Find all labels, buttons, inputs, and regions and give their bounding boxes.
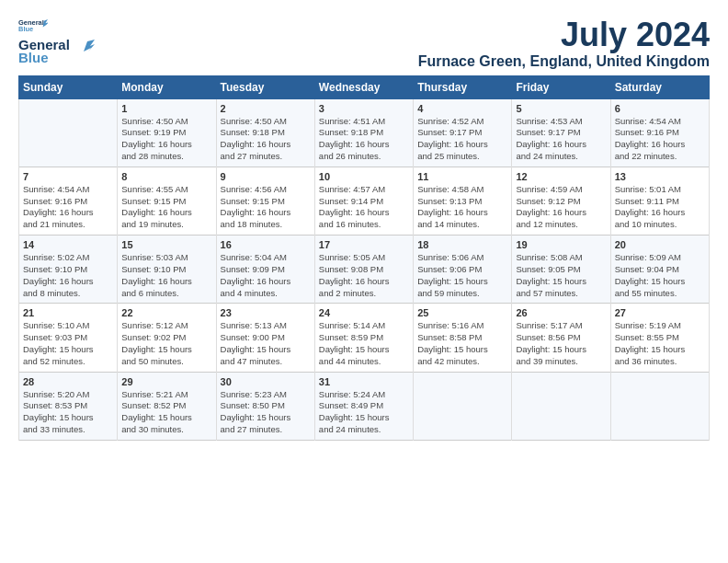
day-content: Sunrise: 5:16 AMSunset: 8:58 PMDaylight:… [417, 320, 507, 367]
table-cell: 5Sunrise: 4:53 AMSunset: 9:17 PMDaylight… [512, 98, 610, 167]
day-number: 30 [221, 376, 311, 387]
day-number: 21 [23, 307, 113, 318]
table-cell: 27Sunrise: 5:19 AMSunset: 8:55 PMDayligh… [610, 304, 709, 372]
day-content: Sunrise: 4:54 AMSunset: 9:16 PMDaylight:… [615, 116, 705, 163]
day-content: Sunrise: 4:56 AMSunset: 9:15 PMDaylight:… [221, 184, 311, 231]
day-content: Sunrise: 4:58 AMSunset: 9:13 PMDaylight:… [417, 184, 507, 231]
day-number: 28 [23, 376, 113, 387]
day-content: Sunrise: 5:05 AMSunset: 9:08 PMDaylight:… [319, 252, 409, 299]
day-content: Sunrise: 5:20 AMSunset: 8:53 PMDaylight:… [23, 389, 113, 436]
table-cell: 30Sunrise: 5:23 AMSunset: 8:50 PMDayligh… [216, 372, 314, 440]
day-number: 29 [121, 376, 211, 387]
day-content: Sunrise: 5:04 AMSunset: 9:09 PMDaylight:… [221, 252, 311, 299]
day-number: 2 [221, 103, 311, 114]
table-cell: 16Sunrise: 5:04 AMSunset: 9:09 PMDayligh… [216, 236, 314, 304]
table-cell: 22Sunrise: 5:12 AMSunset: 9:02 PMDayligh… [118, 304, 216, 372]
day-content: Sunrise: 4:51 AMSunset: 9:18 PMDaylight:… [319, 116, 409, 163]
table-cell: 10Sunrise: 4:57 AMSunset: 9:14 PMDayligh… [314, 167, 413, 235]
day-content: Sunrise: 5:19 AMSunset: 8:55 PMDaylight:… [615, 320, 705, 367]
day-content: Sunrise: 5:21 AMSunset: 8:52 PMDaylight:… [121, 389, 211, 436]
table-cell: 15Sunrise: 5:03 AMSunset: 9:10 PMDayligh… [118, 236, 216, 304]
table-cell: 3Sunrise: 4:51 AMSunset: 9:18 PMDaylight… [314, 98, 413, 167]
table-cell: 24Sunrise: 5:14 AMSunset: 8:59 PMDayligh… [314, 304, 413, 372]
table-cell: 2Sunrise: 4:50 AMSunset: 9:18 PMDaylight… [216, 98, 314, 167]
day-content: Sunrise: 5:23 AMSunset: 8:50 PMDaylight:… [221, 389, 311, 436]
table-cell: 28Sunrise: 5:20 AMSunset: 8:53 PMDayligh… [19, 372, 118, 440]
table-cell: 19Sunrise: 5:08 AMSunset: 9:05 PMDayligh… [512, 236, 610, 304]
day-number: 20 [615, 239, 705, 250]
svg-text:Blue: Blue [18, 25, 33, 33]
col-monday: Monday [118, 75, 216, 98]
day-number: 24 [319, 307, 409, 318]
day-number: 8 [121, 171, 211, 182]
day-number: 22 [121, 307, 211, 318]
table-cell: 21Sunrise: 5:10 AMSunset: 9:03 PMDayligh… [19, 304, 118, 372]
table-cell: 6Sunrise: 4:54 AMSunset: 9:16 PMDaylight… [610, 98, 709, 167]
table-cell: 1Sunrise: 4:50 AMSunset: 9:19 PMDaylight… [118, 98, 216, 167]
day-number: 17 [319, 239, 409, 250]
day-number: 23 [221, 307, 311, 318]
day-content: Sunrise: 5:13 AMSunset: 9:00 PMDaylight:… [221, 320, 311, 367]
table-cell: 13Sunrise: 5:01 AMSunset: 9:11 PMDayligh… [610, 167, 709, 235]
day-content: Sunrise: 5:06 AMSunset: 9:06 PMDaylight:… [417, 252, 507, 299]
day-number: 19 [516, 239, 606, 250]
day-content: Sunrise: 5:01 AMSunset: 9:11 PMDaylight:… [615, 184, 705, 231]
day-content: Sunrise: 5:03 AMSunset: 9:10 PMDaylight:… [121, 252, 211, 299]
table-cell: 12Sunrise: 4:59 AMSunset: 9:12 PMDayligh… [512, 167, 610, 235]
col-wednesday: Wednesday [314, 75, 413, 98]
day-content: Sunrise: 4:50 AMSunset: 9:19 PMDaylight:… [121, 116, 211, 163]
day-number: 12 [516, 171, 606, 182]
col-friday: Friday [512, 75, 610, 98]
table-cell [512, 372, 610, 440]
day-number: 14 [23, 239, 113, 250]
col-thursday: Thursday [414, 75, 512, 98]
day-content: Sunrise: 5:14 AMSunset: 8:59 PMDaylight:… [319, 320, 409, 367]
day-content: Sunrise: 4:57 AMSunset: 9:14 PMDaylight:… [319, 184, 409, 231]
calendar-body: 1Sunrise: 4:50 AMSunset: 9:19 PMDaylight… [19, 98, 710, 440]
logo: General Blue General Blue [18, 17, 95, 65]
day-content: Sunrise: 5:09 AMSunset: 9:04 PMDaylight:… [615, 252, 705, 299]
day-number: 10 [319, 171, 409, 182]
table-cell: 26Sunrise: 5:17 AMSunset: 8:56 PMDayligh… [512, 304, 610, 372]
day-content: Sunrise: 4:52 AMSunset: 9:17 PMDaylight:… [417, 116, 507, 163]
day-number: 5 [516, 103, 606, 114]
day-number: 26 [516, 307, 606, 318]
table-cell: 7Sunrise: 4:54 AMSunset: 9:16 PMDaylight… [19, 167, 118, 235]
day-number: 31 [319, 376, 409, 387]
day-content: Sunrise: 4:59 AMSunset: 9:12 PMDaylight:… [516, 184, 606, 231]
day-content: Sunrise: 5:12 AMSunset: 9:02 PMDaylight:… [121, 320, 211, 367]
day-number: 25 [417, 307, 507, 318]
table-cell: 8Sunrise: 4:55 AMSunset: 9:15 PMDaylight… [118, 167, 216, 235]
day-number: 1 [121, 103, 211, 114]
day-number: 13 [615, 171, 705, 182]
logo-blue: Blue [18, 50, 49, 65]
day-number: 9 [221, 171, 311, 182]
logo-bird-icon [74, 40, 95, 52]
day-content: Sunrise: 5:17 AMSunset: 8:56 PMDaylight:… [516, 320, 606, 367]
day-content: Sunrise: 5:10 AMSunset: 9:03 PMDaylight:… [23, 320, 113, 367]
logo-icon: General Blue [18, 17, 48, 35]
table-cell [414, 372, 512, 440]
col-sunday: Sunday [19, 75, 118, 98]
day-content: Sunrise: 4:54 AMSunset: 9:16 PMDaylight:… [23, 184, 113, 231]
table-cell: 17Sunrise: 5:05 AMSunset: 9:08 PMDayligh… [314, 236, 413, 304]
table-cell: 18Sunrise: 5:06 AMSunset: 9:06 PMDayligh… [414, 236, 512, 304]
calendar-header: Sunday Monday Tuesday Wednesday Thursday… [19, 75, 710, 98]
table-cell [610, 372, 709, 440]
day-content: Sunrise: 5:24 AMSunset: 8:49 PMDaylight:… [319, 389, 409, 436]
table-cell: 23Sunrise: 5:13 AMSunset: 9:00 PMDayligh… [216, 304, 314, 372]
calendar-table: Sunday Monday Tuesday Wednesday Thursday… [18, 75, 710, 441]
day-number: 15 [121, 239, 211, 250]
page-title: July 2024 [418, 17, 710, 53]
day-content: Sunrise: 4:50 AMSunset: 9:18 PMDaylight:… [221, 116, 311, 163]
day-content: Sunrise: 4:53 AMSunset: 9:17 PMDaylight:… [516, 116, 606, 163]
page-subtitle: Furnace Green, England, United Kingdom [418, 53, 710, 70]
day-number: 4 [417, 103, 507, 114]
table-cell: 25Sunrise: 5:16 AMSunset: 8:58 PMDayligh… [414, 304, 512, 372]
day-content: Sunrise: 5:02 AMSunset: 9:10 PMDaylight:… [23, 252, 113, 299]
table-cell: 14Sunrise: 5:02 AMSunset: 9:10 PMDayligh… [19, 236, 118, 304]
table-cell: 11Sunrise: 4:58 AMSunset: 9:13 PMDayligh… [414, 167, 512, 235]
day-number: 27 [615, 307, 705, 318]
day-content: Sunrise: 4:55 AMSunset: 9:15 PMDaylight:… [121, 184, 211, 231]
page-header: General Blue General Blue July 2024 Furn… [18, 17, 710, 70]
